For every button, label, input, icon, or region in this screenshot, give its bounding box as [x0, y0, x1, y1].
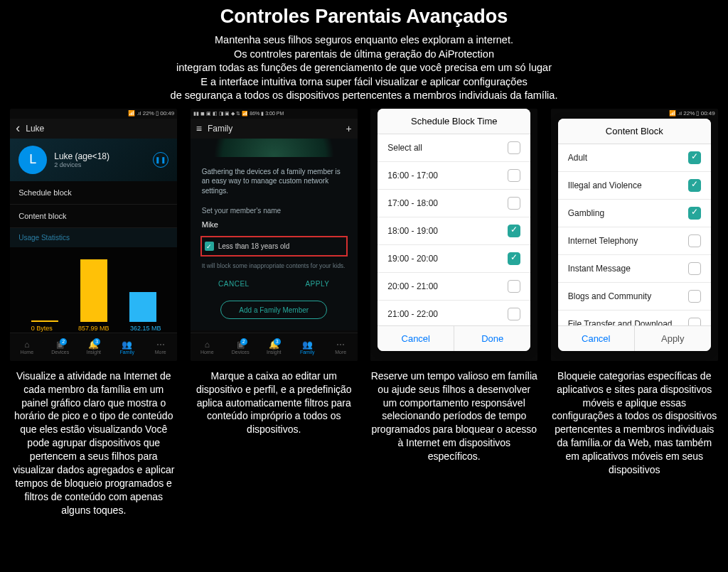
tab-insight[interactable]: 🔔3Insight	[257, 340, 291, 355]
apply-button[interactable]: Apply	[634, 326, 711, 351]
tab-devices[interactable]: ▣2Devices	[224, 340, 257, 355]
usage-header: Usage Statistics	[10, 228, 177, 247]
list-item[interactable]: 16:00 - 17:00	[378, 162, 530, 190]
checkbox-icon[interactable]	[688, 151, 701, 164]
list-item-label: 16:00 - 17:00	[387, 171, 438, 180]
content-sheet: Content Block AdultIllegal and ViolenceG…	[558, 119, 711, 351]
menu-content-block[interactable]: Content block	[10, 205, 177, 228]
member-name-input[interactable]: Mike	[191, 217, 358, 233]
bar-daytime	[31, 320, 58, 322]
list-item-label: Instant Message	[568, 264, 631, 274]
list-item[interactable]: 19:00 - 20:00	[378, 245, 530, 273]
sheet-title: Content Block	[558, 119, 711, 144]
list-item-label: 18:00 - 19:00	[387, 226, 438, 236]
checkbox-icon[interactable]	[508, 169, 520, 182]
list-item-label: 20:00 - 21:00	[387, 281, 438, 291]
pause-button[interactable]: ❚❚	[153, 152, 168, 168]
checkbox-icon[interactable]	[688, 207, 701, 220]
sheet-title: Schedule Block Time	[378, 109, 530, 134]
cancel-button[interactable]: Cancel	[558, 326, 634, 351]
profile-devices: 2 devices	[54, 161, 146, 168]
list-item[interactable]: Gambling	[558, 200, 711, 227]
checkbox-icon[interactable]	[688, 234, 701, 247]
apply-button[interactable]: APPLY	[305, 280, 329, 288]
dialog-message: Gathering the devices of a family member…	[191, 157, 358, 200]
phone-screenshot-family: ▮▮ ◼ ▣ ◧ ◨ ▣ ◆ ⇅ 📶 86% ▮ 3:00 PM ≡ Famil…	[191, 109, 358, 361]
list-item[interactable]: 18:00 - 19:00	[378, 217, 530, 245]
family-icon: 👥	[110, 340, 144, 350]
checkbox-icon[interactable]	[508, 308, 520, 320]
statusbar: ▮▮ ◼ ▣ ◧ ◨ ▣ ◆ ⇅ 📶 86% ▮ 3:00 PM	[191, 109, 358, 119]
add-icon[interactable]: +	[346, 123, 352, 134]
home-icon: ⌂	[10, 340, 43, 350]
tab-home[interactable]: ⌂Home	[10, 340, 43, 355]
checkbox-icon[interactable]	[508, 280, 520, 293]
page-header: Controles Parentais Avançados Mantenha s…	[0, 0, 728, 106]
more-icon: ⋯	[144, 340, 177, 350]
titlebar: ≡ Family +	[191, 119, 358, 139]
checkbox-icon[interactable]	[688, 179, 701, 192]
under18-hint: It will block some inappropriate content…	[191, 259, 358, 273]
checkbox-icon[interactable]	[508, 225, 520, 237]
list-item[interactable]: 20:00 - 21:00	[378, 273, 530, 301]
list-item[interactable]: Internet Telephony	[558, 227, 711, 255]
cancel-button[interactable]: CANCEL	[218, 280, 250, 288]
tabbar: ⌂Home ▣2Devices 🔔3Insight 👥Family ⋯More	[10, 333, 177, 361]
bar-bedtime	[129, 292, 156, 322]
cancel-button[interactable]: Cancel	[378, 326, 454, 351]
checkbox-icon[interactable]	[508, 197, 520, 210]
schedule-sheet: Schedule Block Time Select all16:00 - 17…	[378, 109, 530, 351]
tab-family[interactable]: 👥Family	[110, 340, 144, 355]
phone-screenshot-usage: 📶 .ıl 22% ▯ 00:49 ‹ Luke L Luke (age<18)…	[10, 109, 177, 361]
list-item-label: Select all	[387, 143, 422, 153]
caption-schedule: Reserve um tempo valioso em família ou a…	[368, 361, 541, 463]
avatar: L	[18, 146, 47, 174]
list-item-label: 17:00 - 18:00	[387, 198, 438, 208]
list-item[interactable]: File Transfer and Download	[558, 311, 711, 325]
add-family-button[interactable]: Add a Family Member	[220, 301, 327, 319]
phone-screenshot-content: 📶 .ıl 22% ▯ 00:49 Content Block AdultIll…	[551, 109, 718, 361]
tab-devices[interactable]: ▣2Devices	[43, 340, 77, 355]
list-item[interactable]: 17:00 - 18:00	[378, 190, 530, 217]
statusbar: 📶 .ıl 22% ▯ 00:49	[10, 109, 177, 119]
tabbar: ⌂Home ▣2Devices 🔔3Insight 👥Family ⋯More	[191, 333, 358, 361]
under18-checkbox-row[interactable]: ✓ Less than 18 years old	[200, 236, 348, 257]
list-item-label: File Transfer and Download	[568, 319, 673, 325]
checkbox-icon[interactable]	[688, 262, 701, 275]
checkbox-icon[interactable]	[508, 252, 520, 265]
tab-home[interactable]: ⌂Home	[191, 340, 224, 355]
tab-family[interactable]: 👥Family	[291, 340, 324, 355]
list-item[interactable]: Illegal and Violence	[558, 172, 711, 200]
tab-insight[interactable]: 🔔3Insight	[77, 340, 110, 355]
list-item-label: 19:00 - 20:00	[387, 254, 438, 264]
page-subtitle: Mantenha seus filhos seguros enquanto el…	[14, 33, 714, 103]
checkbox-icon[interactable]	[688, 318, 701, 325]
done-button[interactable]: Done	[454, 326, 530, 351]
checkbox-icon[interactable]	[508, 141, 520, 154]
statusbar: 📶 .ıl 22% ▯ 00:49	[551, 109, 718, 119]
caption-usage: Visualize a atividade na Internet de cad…	[7, 361, 181, 517]
set-name-label: Set your member's name	[191, 200, 358, 217]
screen-title: Luke	[26, 124, 44, 134]
feature-columns: 📶 .ıl 22% ▯ 00:49 ‹ Luke L Luke (age<18)…	[0, 106, 728, 517]
profile-name: Luke (age<18)	[54, 151, 146, 161]
tab-more[interactable]: ⋯More	[144, 340, 177, 355]
list-item[interactable]: 21:00 - 22:00	[378, 301, 530, 325]
caption-family: Marque a caixa ao editar um dispositivo …	[188, 361, 361, 436]
checkbox-icon[interactable]	[688, 290, 701, 303]
tab-more[interactable]: ⋯More	[324, 340, 358, 355]
col-schedule: Schedule Block Time Select all16:00 - 17…	[368, 109, 541, 517]
list-item-label: Blogs and Community	[568, 291, 651, 301]
menu-schedule-block[interactable]: Schedule block	[10, 181, 177, 205]
checkbox-icon[interactable]: ✓	[205, 242, 214, 251]
list-item[interactable]: Instant Message	[558, 255, 711, 283]
list-item-label: 21:00 - 22:00	[387, 309, 438, 319]
list-item[interactable]: Select all	[378, 134, 530, 162]
list-item[interactable]: Adult	[558, 144, 711, 172]
menu-icon[interactable]: ≡	[196, 123, 202, 134]
col-usage: 📶 .ıl 22% ▯ 00:49 ‹ Luke L Luke (age<18)…	[7, 109, 181, 517]
usage-chart	[10, 247, 177, 322]
list-item[interactable]: Blogs and Community	[558, 283, 711, 311]
back-icon[interactable]: ‹	[16, 121, 20, 136]
profile-card[interactable]: L Luke (age<18) 2 devices ❚❚	[10, 139, 177, 181]
